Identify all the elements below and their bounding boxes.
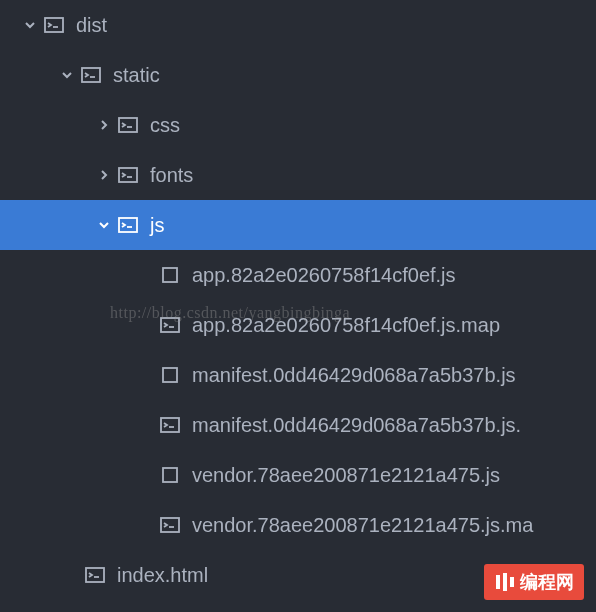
tree-item-app-js[interactable]: app.82a2e0260758f14cf0ef.js xyxy=(0,250,596,300)
tree-item-label: index.html xyxy=(117,564,208,587)
chevron-down-icon xyxy=(92,219,116,231)
tree-item-js[interactable]: js xyxy=(0,200,596,250)
tree-item-label: static xyxy=(113,64,160,87)
square-icon xyxy=(158,363,182,387)
terminal-icon xyxy=(79,63,103,87)
chevron-right-icon xyxy=(92,119,116,131)
tree-item-label: app.82a2e0260758f14cf0ef.js.map xyxy=(192,314,500,337)
terminal-icon xyxy=(158,513,182,537)
tree-item-dist[interactable]: dist xyxy=(0,0,596,50)
tree-item-label: js xyxy=(150,214,164,237)
tree-item-manifest-js[interactable]: manifest.0dd46429d068a7a5b37b.js xyxy=(0,350,596,400)
tree-item-app-js-map[interactable]: app.82a2e0260758f14cf0ef.js.map xyxy=(0,300,596,350)
tree-item-label: manifest.0dd46429d068a7a5b37b.js xyxy=(192,364,516,387)
tree-item-css[interactable]: css xyxy=(0,100,596,150)
site-badge: 编程网 xyxy=(484,564,584,600)
tree-item-static[interactable]: static xyxy=(0,50,596,100)
tree-item-manifest-js-map[interactable]: manifest.0dd46429d068a7a5b37b.js. xyxy=(0,400,596,450)
terminal-icon xyxy=(158,413,182,437)
terminal-icon xyxy=(83,563,107,587)
badge-logo-icon xyxy=(494,571,516,593)
tree-item-label: manifest.0dd46429d068a7a5b37b.js. xyxy=(192,414,521,437)
svg-rect-4 xyxy=(503,573,507,591)
square-icon xyxy=(158,463,182,487)
tree-item-vendor-js-map[interactable]: vendor.78aee200871e2121a475.js.ma xyxy=(0,500,596,550)
tree-item-label: css xyxy=(150,114,180,137)
tree-item-label: app.82a2e0260758f14cf0ef.js xyxy=(192,264,456,287)
terminal-icon xyxy=(116,163,140,187)
square-icon xyxy=(158,263,182,287)
tree-item-label: vendor.78aee200871e2121a475.js.ma xyxy=(192,514,533,537)
chevron-down-icon xyxy=(18,19,42,31)
terminal-icon xyxy=(42,13,66,37)
tree-item-fonts[interactable]: fonts xyxy=(0,150,596,200)
svg-rect-3 xyxy=(496,575,500,589)
tree-item-label: dist xyxy=(76,14,107,37)
tree-item-vendor-js[interactable]: vendor.78aee200871e2121a475.js xyxy=(0,450,596,500)
badge-text: 编程网 xyxy=(520,570,574,594)
file-tree: dist static css fonts js app.82a2e026075… xyxy=(0,0,596,600)
chevron-down-icon xyxy=(55,69,79,81)
tree-item-label: vendor.78aee200871e2121a475.js xyxy=(192,464,500,487)
svg-rect-5 xyxy=(510,577,514,587)
terminal-icon xyxy=(158,313,182,337)
chevron-right-icon xyxy=(92,169,116,181)
tree-item-label: fonts xyxy=(150,164,193,187)
terminal-icon xyxy=(116,113,140,137)
terminal-icon xyxy=(116,213,140,237)
